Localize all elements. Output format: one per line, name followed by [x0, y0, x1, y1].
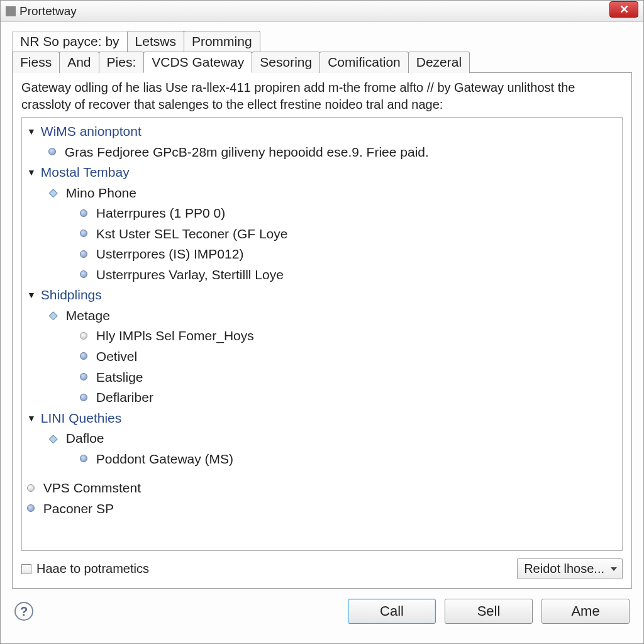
- combo-reidot[interactable]: Reidot lhose...: [517, 558, 623, 579]
- combo-label: Reidot lhose...: [524, 562, 604, 575]
- tree-item[interactable]: Haterrpures (1 PP0 0): [80, 203, 617, 224]
- tree-subgroup[interactable]: Dafloe: [48, 428, 617, 449]
- tree-item[interactable]: VPS Commstent: [27, 478, 617, 499]
- tree-item[interactable]: Usterrpores (IS) IMP012): [80, 244, 617, 265]
- tree-group-lini[interactable]: ▼ LINI Quethies: [27, 408, 617, 429]
- chevron-down-icon: ▼: [27, 289, 36, 303]
- tree-item[interactable]: Kst Uster SEL Teconer (GF Loye: [80, 224, 617, 245]
- tab-panel: Gateway odling of he lias Use ra-llex-41…: [12, 72, 632, 589]
- tree-group-shidplings[interactable]: ▼ Shidplings: [27, 285, 617, 306]
- tree-item-label: Usterrpores (IS) IMP012): [96, 247, 244, 261]
- tree-item[interactable]: Poddont Gateway (MS): [80, 449, 617, 470]
- tree-item-label: Usterrpures Varlay, Stertilll Loye: [96, 267, 284, 282]
- tab-promming[interactable]: Promming: [184, 31, 260, 52]
- tree-subgroup-label: Mino Phone: [66, 186, 136, 200]
- tree-item-label: Kst Uster SEL Teconer (GF Loye: [96, 226, 288, 241]
- tree-item[interactable]: Eatslige: [80, 367, 617, 388]
- bullet-icon: [80, 373, 87, 380]
- bullet-icon: [27, 504, 35, 512]
- checkbox-haae[interactable]: [21, 564, 31, 574]
- diamond-icon: [49, 435, 58, 443]
- bullet-icon: [80, 270, 87, 278]
- bullet-icon: [80, 394, 87, 401]
- tree-subgroup[interactable]: Mino Phone: [48, 183, 617, 204]
- tree-item[interactable]: Gras Fedjoree GPcB-28m giliveny hepooidd…: [48, 142, 617, 163]
- chevron-down-icon: ▼: [27, 166, 36, 180]
- tree-item-label: Hly IMPls Sel Fomer_Hoys: [96, 328, 254, 343]
- content-area: NR So payce: by Letsws Promming Fiess An…: [1, 22, 643, 630]
- tree-subgroup[interactable]: Metage: [48, 306, 617, 326]
- tree-group-label: LINI Quethies: [41, 411, 121, 425]
- tree-item[interactable]: Hly IMPls Sel Fomer_Hoys: [80, 326, 617, 347]
- tab-dezeral[interactable]: Dezeral: [408, 52, 470, 73]
- window-title: Prortetway: [19, 4, 609, 18]
- tree-group-mostal[interactable]: ▼ Mostal Tembay: [27, 162, 617, 183]
- help-icon[interactable]: ?: [14, 602, 33, 621]
- tree-subgroup-label: Dafloe: [66, 431, 104, 445]
- tree-item-label: Eatslige: [96, 370, 143, 384]
- chevron-down-icon: ▼: [27, 125, 36, 139]
- chevron-down-icon: ▼: [27, 412, 36, 426]
- diamond-icon: [49, 189, 58, 197]
- tree-item-label: Poddont Gateway (MS): [96, 452, 233, 466]
- tree-group-label: Shidplings: [41, 287, 102, 302]
- bullet-icon: [48, 148, 56, 155]
- tree-group-label: Mostal Tembay: [41, 165, 130, 179]
- tree-item[interactable]: Deflariber: [80, 387, 617, 408]
- tab-nr-so-payce[interactable]: NR So payce: by: [12, 31, 128, 52]
- bullet-icon: [80, 352, 87, 360]
- bullet-icon: [80, 455, 87, 462]
- tree-subgroup-label: Metage: [66, 308, 110, 323]
- tree-item-label: Paconer SP: [43, 501, 114, 516]
- panel-footer: Haae to potrametics Reidot lhose...: [21, 558, 623, 579]
- panel-description: Gateway odling of he lias Use ra-llex-41…: [21, 79, 623, 113]
- tree-item-label: VPS Commstent: [43, 480, 141, 495]
- tree-item[interactable]: Paconer SP: [27, 499, 617, 519]
- checkbox-label: Haae to potrametics: [36, 562, 149, 576]
- bullet-icon: [80, 209, 87, 217]
- tree-item-label: Gras Fedjoree GPcB-28m giliveny hepooidd…: [65, 145, 429, 159]
- bullet-icon: [80, 250, 87, 258]
- tab-sesoring[interactable]: Sesoring: [252, 52, 320, 73]
- ame-button[interactable]: Ame: [541, 599, 630, 624]
- dialog-button-row: ? Call Sell Ame: [12, 599, 632, 624]
- diamond-icon: [49, 312, 58, 321]
- tree-item-label: Haterrpures (1 PP0 0): [96, 206, 225, 220]
- tab-and[interactable]: And: [59, 52, 99, 73]
- bullet-icon: [27, 484, 35, 492]
- close-button[interactable]: ✕: [609, 1, 638, 18]
- tree-group-wims[interactable]: ▼ WiMS anionptont: [27, 121, 617, 142]
- tab-vcds-gateway[interactable]: VCDS Gateway: [143, 52, 252, 73]
- tab-letsws[interactable]: Letsws: [127, 31, 184, 52]
- bullet-icon: [80, 230, 87, 237]
- close-icon: ✕: [619, 3, 629, 16]
- tab-row-2: Fiess And Pies: VCDS Gateway Sesoring Co…: [12, 52, 632, 73]
- tree-group-label: WiMS anionptont: [41, 124, 142, 138]
- bullet-icon: [80, 332, 87, 340]
- tree-item-label: Oetivel: [96, 349, 137, 364]
- tree-item-label: Deflariber: [96, 390, 153, 404]
- tab-fiess[interactable]: Fiess: [12, 52, 60, 73]
- titlebar: Prortetway ✕: [1, 1, 643, 22]
- tree-view[interactable]: ▼ WiMS anionptont Gras Fedjoree GPcB-28m…: [21, 117, 623, 551]
- call-button[interactable]: Call: [348, 599, 436, 624]
- tab-comification[interactable]: Comification: [319, 52, 409, 73]
- tree-item[interactable]: Usterrpures Varlay, Stertilll Loye: [80, 265, 617, 286]
- sell-button[interactable]: Sell: [445, 599, 533, 624]
- dialog-window: Prortetway ✕ NR So payce: by Letsws Prom…: [0, 0, 644, 644]
- tab-row-1: NR So payce: by Letsws Promming: [12, 31, 632, 52]
- tab-pies[interactable]: Pies:: [99, 52, 145, 73]
- app-icon: [6, 6, 16, 16]
- tree-item[interactable]: Oetivel: [80, 347, 617, 367]
